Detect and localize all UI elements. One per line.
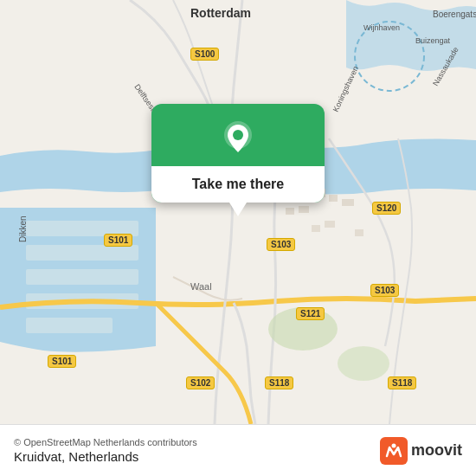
svg-point-32 (391, 443, 396, 447)
svg-rect-17 (312, 225, 320, 232)
svg-text:Boerengatstraat: Boerengatstraat (433, 10, 476, 19)
road-badge-s121: S121 (296, 307, 325, 320)
road-badge-s101a: S101 (104, 234, 132, 247)
road-badge-s101b: S101 (48, 355, 76, 368)
svg-text:Dikken: Dikken (18, 215, 28, 242)
svg-rect-31 (380, 437, 408, 465)
svg-rect-15 (329, 195, 338, 202)
svg-text:Wijnhaven: Wijnhaven (363, 23, 400, 32)
location-name: Kruidvat, Netherlands (14, 449, 197, 464)
road-badge-s118a: S118 (265, 376, 293, 389)
svg-rect-14 (299, 206, 309, 213)
road-badge-s100: S100 (190, 48, 219, 61)
svg-text:Rotterdam: Rotterdam (190, 6, 251, 20)
moovit-logo: moovit (380, 437, 462, 465)
svg-rect-5 (26, 318, 113, 333)
location-popup: Take me there (151, 104, 325, 203)
moovit-icon (380, 437, 408, 465)
svg-point-30 (233, 130, 243, 140)
road-badge-s103a: S103 (267, 238, 295, 251)
road-badge-s102: S102 (186, 376, 215, 389)
map-view[interactable]: Rotterdam Waal Boerengatstraat Wijnhaven… (0, 0, 476, 424)
moovit-label: moovit (411, 441, 462, 460)
svg-rect-18 (325, 221, 335, 228)
popup-icon-area (219, 104, 257, 166)
bottom-bar: © OpenStreetMap Netherlands contributors… (0, 424, 476, 476)
road-badge-s120: S120 (372, 202, 401, 215)
svg-rect-16 (342, 199, 354, 206)
svg-rect-2 (26, 245, 138, 261)
map-attribution: © OpenStreetMap Netherlands contributors (14, 437, 197, 447)
location-info: © OpenStreetMap Netherlands contributors… (14, 437, 197, 464)
svg-rect-3 (26, 269, 138, 285)
road-badge-s118b: S118 (388, 376, 416, 389)
svg-text:Buizengat: Buizengat (415, 36, 451, 45)
svg-point-8 (338, 346, 389, 381)
location-pin-icon (219, 119, 257, 158)
svg-rect-13 (286, 208, 294, 215)
road-badge-s103b: S103 (370, 284, 399, 297)
svg-text:Waal: Waal (190, 281, 212, 292)
take-me-there-button[interactable]: Take me there (151, 166, 325, 203)
svg-rect-19 (355, 229, 363, 236)
